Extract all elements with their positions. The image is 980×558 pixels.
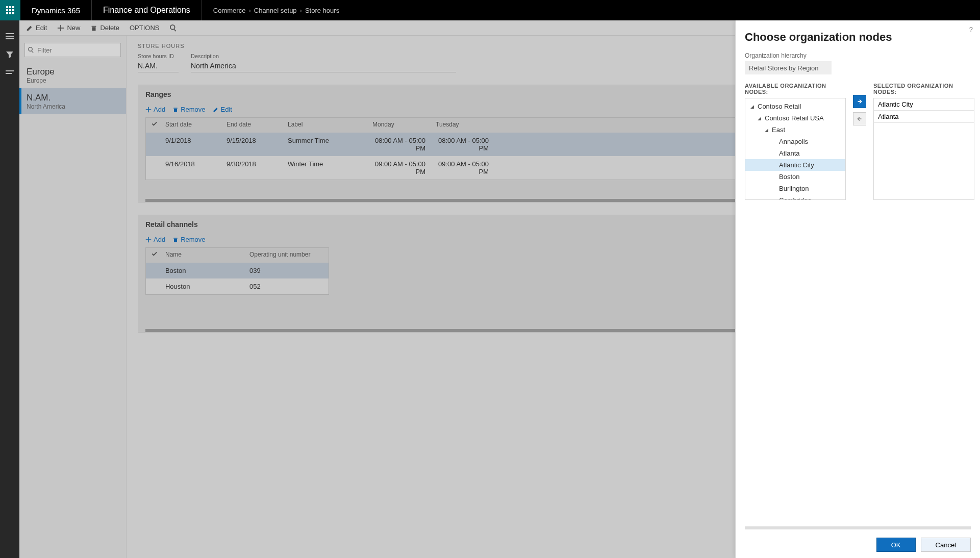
hamburger-icon[interactable] xyxy=(0,28,19,45)
svg-rect-9 xyxy=(6,33,14,34)
breadcrumb-item[interactable]: Channel setup xyxy=(254,7,297,14)
checkbox-column-header[interactable] xyxy=(146,248,160,263)
record-list-panel: Filter EuropeEuropeN.AM.North America xyxy=(19,36,127,558)
field-label-description: Description xyxy=(191,53,456,59)
selected-nodes-list[interactable]: Atlantic CityAtlanta xyxy=(873,98,974,200)
tree-node[interactable]: Cambridge xyxy=(745,194,845,200)
organization-nodes-dialog: ? Choose organization nodes Organization… xyxy=(735,20,980,558)
col-end-date[interactable]: End date xyxy=(221,118,283,133)
chevron-down-icon[interactable]: ◢ xyxy=(758,116,763,121)
svg-rect-17 xyxy=(173,29,176,31)
table-row[interactable]: Boston039 xyxy=(146,263,329,278)
search-icon[interactable] xyxy=(168,22,179,34)
top-bar: Dynamics 365 Finance and Operations Comm… xyxy=(0,0,980,20)
svg-rect-10 xyxy=(6,36,14,37)
filter-placeholder: Filter xyxy=(37,46,52,54)
lines-icon[interactable] xyxy=(0,64,19,82)
svg-rect-11 xyxy=(6,38,14,39)
chevron-down-icon[interactable]: ◢ xyxy=(765,128,770,133)
funnel-icon[interactable] xyxy=(0,46,19,63)
field-value-description[interactable]: North America xyxy=(191,59,456,72)
tree-node[interactable]: ◢Contoso Retail xyxy=(745,100,845,112)
breadcrumb: Commerce › Channel setup › Store hours xyxy=(202,7,350,14)
col-monday[interactable]: Monday xyxy=(367,118,431,133)
tree-node[interactable]: ◢East xyxy=(745,124,845,136)
breadcrumb-item[interactable]: Commerce xyxy=(213,7,246,14)
col-label[interactable]: Label xyxy=(283,118,367,133)
svg-rect-0 xyxy=(6,6,8,8)
svg-rect-4 xyxy=(9,9,11,11)
list-item[interactable]: EuropeEurope xyxy=(19,62,126,88)
svg-rect-12 xyxy=(6,70,14,71)
filter-input[interactable]: Filter xyxy=(24,43,121,57)
delete-button[interactable]: Delete xyxy=(89,22,121,34)
svg-point-16 xyxy=(170,24,174,29)
hierarchy-field-label: Organization hierarchy xyxy=(745,52,971,59)
hierarchy-input[interactable] xyxy=(745,61,832,74)
new-button[interactable]: New xyxy=(56,22,82,34)
options-button[interactable]: OPTIONS xyxy=(128,22,161,34)
app-launcher-icon[interactable] xyxy=(0,0,20,20)
breadcrumb-item[interactable]: Store hours xyxy=(305,7,339,14)
edit-button[interactable]: Edit xyxy=(24,22,48,34)
brand-label[interactable]: Dynamics 365 xyxy=(20,0,92,20)
svg-rect-6 xyxy=(6,12,8,14)
tree-node[interactable]: ◢Contoso Retail USA xyxy=(745,112,845,124)
move-left-button[interactable] xyxy=(853,112,866,125)
svg-point-18 xyxy=(29,47,33,52)
list-item-subtitle: Europe xyxy=(27,77,119,84)
selected-node-row[interactable]: Atlantic City xyxy=(874,98,974,111)
svg-rect-15 xyxy=(58,28,64,29)
svg-rect-23 xyxy=(146,239,152,240)
chevron-down-icon[interactable]: ◢ xyxy=(750,104,756,109)
channels-add-button[interactable]: Add xyxy=(145,236,165,243)
ranges-remove-button[interactable]: Remove xyxy=(172,106,205,113)
available-nodes-tree[interactable]: ◢Contoso Retail◢Contoso Retail USA◢EastA… xyxy=(745,98,846,200)
move-right-button[interactable] xyxy=(853,95,866,108)
list-item-title: Europe xyxy=(27,67,119,77)
channels-remove-button[interactable]: Remove xyxy=(172,236,205,243)
field-label-id: Store hours ID xyxy=(138,53,179,59)
tree-node[interactable]: Atlantic City xyxy=(745,159,845,171)
table-row[interactable]: Houston052 xyxy=(146,278,329,294)
svg-rect-7 xyxy=(9,12,11,14)
tree-node[interactable]: Burlington xyxy=(745,183,845,194)
tree-node[interactable]: Atlanta xyxy=(745,147,845,159)
chevron-right-icon: › xyxy=(300,7,302,14)
svg-rect-21 xyxy=(146,109,152,110)
svg-rect-19 xyxy=(31,51,33,53)
ranges-edit-button[interactable]: Edit xyxy=(213,106,232,113)
selected-node-row[interactable]: Atlanta xyxy=(874,111,974,123)
col-tuesday[interactable]: Tuesday xyxy=(431,118,494,133)
cancel-button[interactable]: Cancel xyxy=(921,538,971,552)
field-value-id[interactable]: N.AM. xyxy=(138,59,179,72)
module-label[interactable]: Finance and Operations xyxy=(92,0,202,20)
help-icon[interactable]: ? xyxy=(969,26,973,33)
tree-node[interactable]: Boston xyxy=(745,171,845,183)
col-op-unit[interactable]: Operating unit number xyxy=(244,248,329,263)
tree-node[interactable]: Annapolis xyxy=(745,136,845,147)
col-start-date[interactable]: Start date xyxy=(160,118,221,133)
col-name[interactable]: Name xyxy=(160,248,244,263)
list-item[interactable]: N.AM.North America xyxy=(19,88,126,114)
chevron-right-icon: › xyxy=(248,7,250,14)
svg-rect-1 xyxy=(9,6,11,8)
svg-rect-8 xyxy=(12,12,14,14)
ranges-add-button[interactable]: Add xyxy=(145,106,165,113)
svg-rect-13 xyxy=(6,73,12,74)
selected-nodes-label: SELECTED ORGANIZATION NODES: xyxy=(873,83,974,95)
list-item-subtitle: North America xyxy=(27,103,119,110)
left-rail xyxy=(0,20,19,558)
svg-rect-5 xyxy=(12,9,14,11)
dialog-title: Choose organization nodes xyxy=(745,31,971,44)
available-nodes-label: AVAILABLE ORGANIZATION NODES: xyxy=(745,83,846,95)
checkbox-column-header[interactable] xyxy=(146,118,160,133)
svg-rect-3 xyxy=(6,9,8,11)
ok-button[interactable]: OK xyxy=(876,538,916,552)
svg-rect-2 xyxy=(12,6,14,8)
list-item-title: N.AM. xyxy=(27,93,119,103)
